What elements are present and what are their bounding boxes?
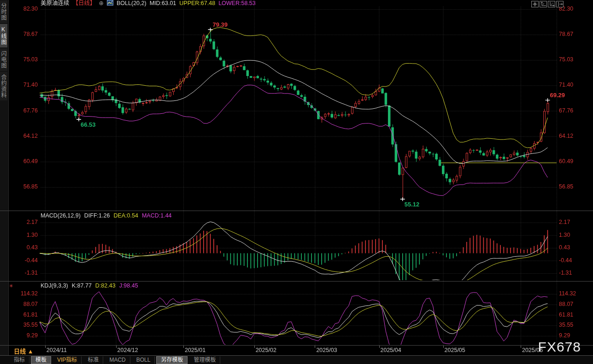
indicator-template-toolbar: 指标模板VIP指标标准MACDBOLL另存模板管理模板 [0,355,593,364]
sidebar-tab[interactable]: K线图 [0,24,7,47]
kdj-j-value: J:98.45 [119,282,138,289]
panel-divider [0,211,593,211]
boll-mid-value: MID:63.01 [150,0,176,7]
panel-divider [0,281,593,282]
instrument-title: 美原油连续 [41,0,70,7]
indicator-settings-icon[interactable]: ✳ [9,283,13,288]
chart-canvas[interactable] [0,0,593,364]
crosshair-tool-icon[interactable] [531,1,539,7]
axis-shift-tool-icon[interactable] [556,1,564,7]
mini-chart-icon [107,0,113,7]
period-selector[interactable]: 日线 ▲ [14,346,34,355]
bottom-tab[interactable]: MACD [105,356,130,364]
bottom-tab[interactable]: 模板 [31,356,51,364]
bottom-tab[interactable]: 另存模板 [156,356,188,364]
chart-type-sidebar: 分时图K线图闪电图合约资料 [0,0,9,364]
macd-hist-value: MACD:1.44 [142,212,172,219]
kdj-panel-header: KDJ(9,3,3) K:87.77 D:82.43 J:98.45 [41,282,138,289]
boll-params: BOLL(20,2) [117,0,147,7]
period-selector-label: 日线 [14,348,26,355]
kdj-k-value: K:87.77 [72,282,92,289]
collapse-icon[interactable]: ⊕ [99,0,104,7]
sidebar-tab[interactable]: 合约资料 [0,72,7,100]
boll-upper-value: UPPER:67.48 [179,0,215,7]
sidebar-tab[interactable]: 分时图 [0,0,7,23]
bottom-tab[interactable]: BOLL [132,356,155,364]
chart-toolbar [531,1,564,7]
period-badge: 【日线】 [73,0,96,7]
sidebar-tab[interactable]: 闪电图 [0,48,7,71]
watermark: FX678 [538,339,581,355]
boll-lower-value: LOWER:58.53 [218,0,256,7]
period-selector-arrow-icon: ▲ [28,348,34,355]
axis-zoom-left-tool-icon[interactable] [540,1,547,7]
main-chart-header: 美原油连续 【日线】 ⊕ BOLL(20,2) MID:63.01 UPPER:… [41,0,256,7]
time-axis-row: 日线 ▲ [0,346,593,355]
kdj-d-value: D:82.43 [95,282,116,289]
charting-app-window: 82.3082.3078.6778.6775.0375.0371.4071.40… [0,0,593,364]
macd-dea-value: DEA:0.54 [113,212,138,219]
macd-params: MACD(26,12,9) [41,212,81,219]
bottom-tab[interactable]: VIP指标 [53,356,82,364]
axis-zoom-right-tool-icon[interactable] [548,1,555,7]
bottom-tab[interactable]: 标准 [83,356,103,364]
macd-diff-value: DIFF:1.26 [84,212,110,219]
kdj-params: KDJ(9,3,3) [41,282,68,289]
bottom-tab[interactable]: 指标 [9,356,29,364]
bottom-tab[interactable]: 管理模板 [189,356,220,364]
macd-panel-header: MACD(26,12,9) DIFF:1.26 DEA:0.54 MACD:1.… [41,212,172,219]
